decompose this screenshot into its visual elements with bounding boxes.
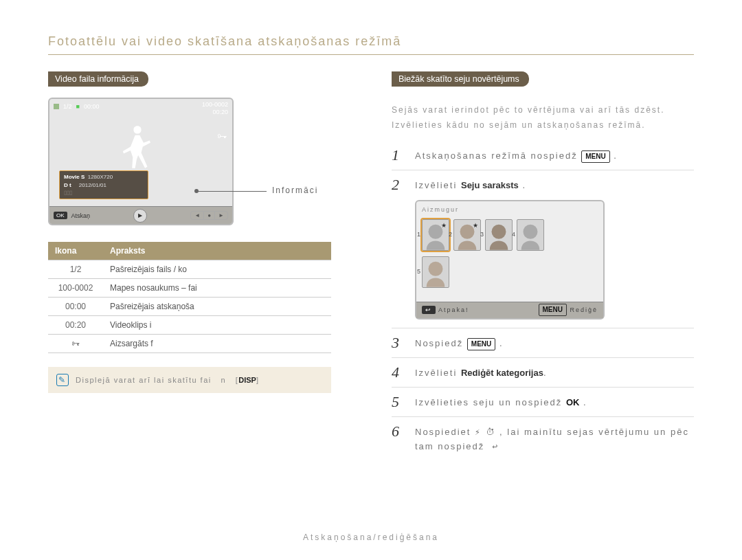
step-item: 5 Izvēlieties seju un nospiedž OK . <box>392 387 694 416</box>
page-indicator: 1/2 <box>63 103 72 110</box>
step-item: 2 Izvēlieti Seju saraksts . Aizmugur 1★ … <box>392 170 694 328</box>
flash-icon: ⚡ <box>475 427 482 437</box>
intro-text: Sejās varat ierindot pēc to vērtējuma va… <box>392 103 694 133</box>
menu-key-icon: MENU <box>581 150 609 163</box>
table-row: 1/2Pašreizējais fails / ko <box>48 260 331 279</box>
step-item: 1 Atskaņošanas režīmā nospiedž MENU . <box>392 141 694 170</box>
icon-description-table: Ikona Apraksts 1/2Pašreizējais fails / k… <box>48 242 331 353</box>
thumb-icon <box>54 104 59 109</box>
callout-line <box>196 191 267 192</box>
star-icon: ★ <box>441 221 448 230</box>
time-elapsed: 00:00 <box>84 103 100 110</box>
svg-point-3 <box>524 225 538 239</box>
face-thumb: 4 <box>517 219 544 251</box>
col-desc: Apraksts <box>103 242 331 260</box>
camera-screen-video: 1/2 ■ 00:00 100-0002 00:20 🗝 <box>48 98 234 225</box>
return-icon: ↩ <box>493 441 499 451</box>
col-icon: Ikona <box>48 242 103 260</box>
page-heading: Fotoattēlu vai video skatīšana atskaņoša… <box>48 34 694 55</box>
face-thumb: 3 <box>485 219 513 251</box>
seek-segment: ◄●► <box>190 211 228 220</box>
file-number: 100-0002 <box>202 101 228 108</box>
play-dot-icon: ■ <box>76 103 80 110</box>
disp-button-label: DISP <box>238 376 256 384</box>
step-item: 3 Nospiedž MENU . <box>392 328 694 357</box>
callout-text: Informāci <box>272 186 318 195</box>
table-row: 00:20Videoklips i <box>48 316 331 335</box>
timer-icon: ⏱ <box>486 427 496 437</box>
back-keycap: ↩ <box>422 306 436 314</box>
table-row: 00:00Pašreizējais atskaņoša <box>48 298 331 316</box>
ok-key-label: OK <box>566 397 580 407</box>
svg-point-4 <box>429 262 443 276</box>
step-item: 4 Izvēlieti Rediģēt kategorijas. <box>392 357 694 387</box>
note-box: ✎ Displejā varat arī lai skatītu fai n [… <box>48 367 331 393</box>
star-icon: ★ <box>473 221 480 230</box>
table-row: 🗝Aizsargāts f <box>48 335 331 353</box>
faces-label: Aizmugur <box>422 205 459 214</box>
note-text: Displejā varat arī lai skatītu fai n [ <box>76 376 238 384</box>
ok-keycap: OK <box>54 212 67 219</box>
ok-label: Atskaņ <box>71 212 91 219</box>
face-ranking-pill: Biežāk skatīto seju novērtējums <box>392 71 529 87</box>
svg-point-2 <box>492 225 506 239</box>
lock-icon: 🗝 <box>217 131 227 142</box>
step-item: 6 Nospiediet ⚡ ⏱ , lai mainītu sejas vēr… <box>392 416 694 460</box>
play-button-icon: ▶ <box>133 209 147 223</box>
menu-key-icon: MENU <box>467 338 495 350</box>
face-thumb: 5 <box>422 256 449 288</box>
video-info-pill: Video faila informācija <box>48 71 148 87</box>
menu-key-icon: MENU <box>539 304 567 316</box>
table-row: 100-0002Mapes nosaukums – fai <box>48 279 331 298</box>
face-thumb: 1★ <box>422 219 449 251</box>
key-icon: 🗝 <box>71 339 80 348</box>
camera-screen-faces: Aizmugur 1★ 2★ <box>415 200 605 320</box>
info-icon: ✎ <box>56 374 69 386</box>
step-list: 1 Atskaņošanas režīmā nospiedž MENU . 2 … <box>392 141 694 459</box>
time-total: 00:20 <box>212 109 228 115</box>
face-thumb: 2★ <box>453 219 481 251</box>
video-info-overlay: Movie S 1280X720 D t 2012/01/01 ▯▯▯ <box>59 170 148 199</box>
page-footer: Atskaņošana/rediģēšana <box>0 533 742 542</box>
